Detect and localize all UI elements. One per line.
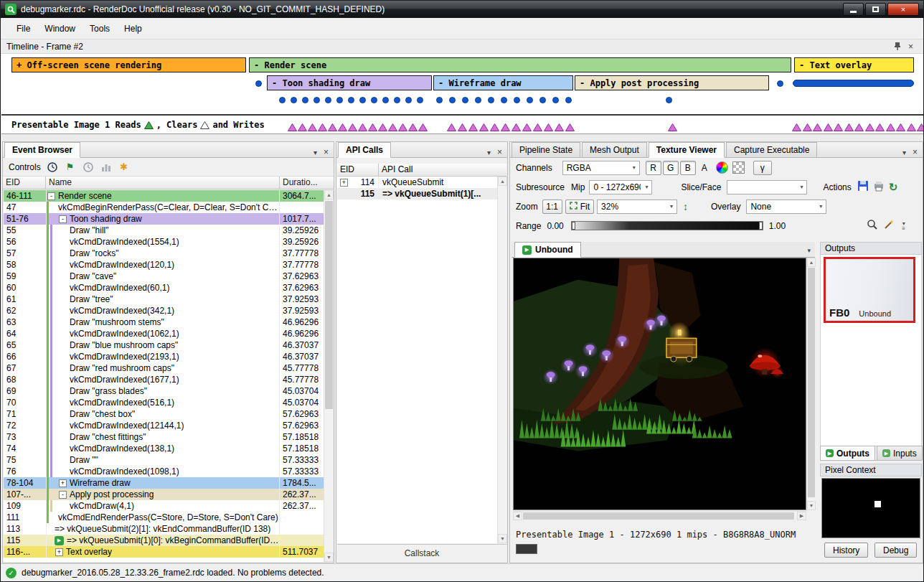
channel-g-button[interactable]: G: [663, 161, 679, 175]
row-expander[interactable]: -: [59, 491, 67, 499]
texture-display[interactable]: [513, 258, 806, 510]
api-call-row[interactable]: +114vkQueueSubmit: [337, 177, 497, 188]
scroll-right-icon[interactable]: ▶: [797, 512, 806, 520]
maximize-button[interactable]: [865, 3, 886, 16]
event-row[interactable]: 72vkCmdDrawIndexed(12144,1)57.62963: [4, 420, 324, 431]
browse-time-icon[interactable]: [46, 161, 59, 174]
timeline-events-pill[interactable]: [793, 80, 914, 87]
column-header-eid[interactable]: EID: [337, 164, 379, 176]
callstack-section[interactable]: Callstack: [337, 544, 506, 562]
event-row[interactable]: 66vkCmdDrawIndexed(2193,1)46.37037: [4, 351, 324, 362]
save-icon[interactable]: [857, 180, 869, 194]
fit-button[interactable]: Fit: [565, 200, 594, 214]
api-call-row[interactable]: 115=> vkQueueSubmit(1)[...: [337, 188, 497, 200]
timeline-event-dot[interactable]: [279, 97, 286, 103]
tab-api-calls[interactable]: API Calls: [338, 142, 391, 158]
zoom-dropdown[interactable]: 32% ▾: [597, 200, 677, 214]
mip-dropdown[interactable]: 0 - 1272x690 ▾: [589, 180, 652, 194]
timeline-event-dot[interactable]: [325, 97, 331, 103]
range-handle-left[interactable]: [572, 222, 575, 230]
tab-texture-viewer[interactable]: Texture Viewer: [649, 142, 725, 158]
row-expander[interactable]: -: [47, 192, 55, 200]
menu-item-window[interactable]: Window: [37, 21, 82, 37]
tab-event-browser[interactable]: Event Browser: [4, 142, 80, 158]
timeline-event-dot[interactable]: [436, 97, 443, 103]
timeline-marker-bar[interactable]: - Toon shading draw: [267, 75, 432, 90]
channel-a-button[interactable]: A: [699, 161, 710, 175]
menu-item-file[interactable]: File: [9, 21, 37, 37]
event-row[interactable]: 75Draw ""57.33333: [4, 454, 324, 466]
event-row[interactable]: 69Draw "grass blades"45.03704: [4, 385, 324, 397]
event-browser-scrollbar[interactable]: ▲ ▼: [324, 190, 333, 562]
timeline-marker-bar[interactable]: - Apply post processing: [575, 75, 769, 90]
event-row[interactable]: 62vkCmdDrawIndexed(342,1)37.92593: [4, 305, 324, 316]
row-expander[interactable]: -: [59, 215, 67, 223]
timeline-event-dot[interactable]: [666, 97, 672, 103]
texture-vertical-scrollbar[interactable]: ▲ ▼: [806, 258, 815, 510]
row-expander[interactable]: +: [55, 548, 63, 556]
event-row[interactable]: 115▶=> vkQueueSubmit(1)[0]: vkBeginComma…: [4, 535, 324, 546]
texture-horizontal-scrollbar[interactable]: ◀ ▶: [513, 511, 806, 520]
timeline-marker-bar[interactable]: - Wireframe draw: [433, 75, 573, 90]
event-row[interactable]: 70vkCmdDrawIndexed(516,1)45.03704: [4, 397, 324, 408]
goto-flag-icon[interactable]: ⚑: [64, 161, 77, 174]
event-row[interactable]: 71Draw "chest box"57.62963: [4, 408, 324, 420]
tab-outputs[interactable]: ▶ Outputs: [820, 446, 875, 460]
event-row[interactable]: 56vkCmdDrawIndexed(1554,1)39.25926: [4, 236, 324, 248]
range-slider[interactable]: [571, 221, 763, 230]
timeline-event-dot[interactable]: [449, 97, 456, 103]
scroll-down-icon[interactable]: ▼: [807, 501, 816, 510]
tab-pipeline-state[interactable]: Pipeline State: [512, 142, 580, 157]
menu-item-tools[interactable]: Tools: [82, 21, 117, 37]
fb0-thumbnail[interactable]: FB0 Unbound: [824, 257, 915, 323]
menu-item-help[interactable]: Help: [117, 21, 149, 37]
event-row[interactable]: 73Draw "chest fittings"57.18518: [4, 431, 324, 443]
event-row[interactable]: 57Draw "rocks"37.77778: [4, 248, 324, 259]
event-row[interactable]: 113=> vkQueueSubmit(2)[1]: vkEndCommandB…: [4, 523, 324, 535]
column-header-duration[interactable]: Duratio...: [280, 177, 334, 189]
timeline-event-dot[interactable]: [417, 97, 423, 103]
event-row[interactable]: 60vkCmdDrawIndexed(60,1)37.62963: [4, 282, 324, 294]
pin-icon[interactable]: [894, 42, 901, 52]
panel-menu-chevron-icon[interactable]: ▾: [902, 149, 906, 156]
event-row[interactable]: 61Draw "tree"37.92593: [4, 294, 324, 305]
scrollbar-thumb[interactable]: [325, 201, 333, 409]
autofit-wand-icon[interactable]: [883, 219, 895, 233]
scrollbar-thumb[interactable]: [808, 268, 815, 497]
timeline-event-dot[interactable]: [394, 97, 400, 103]
timeline-event-dot[interactable]: [314, 97, 320, 103]
scroll-up-icon[interactable]: ▲: [498, 177, 507, 186]
column-header-eid[interactable]: EID: [3, 177, 46, 189]
timeline-event-dot[interactable]: [501, 97, 507, 103]
panel-close-icon[interactable]: ×: [497, 147, 502, 157]
timeline-event-dot[interactable]: [291, 97, 297, 103]
timeline-event-dot[interactable]: [255, 80, 262, 87]
channel-b-button[interactable]: B: [680, 161, 696, 175]
event-row[interactable]: 111vkCmdEndRenderPass(C=Store, D=Store, …: [4, 512, 324, 523]
event-row[interactable]: 64vkCmdDrawIndexed(1062,1)46.96296: [4, 328, 324, 339]
event-row[interactable]: 58vkCmdDrawIndexed(120,1)37.77778: [4, 259, 324, 271]
event-row[interactable]: 47vkCmdBeginRenderPass(C=Clear, D=Clear,…: [4, 202, 324, 213]
api-calls-scrollbar[interactable]: ▲ ▼: [497, 177, 506, 543]
tab-mesh-output[interactable]: Mesh Output: [582, 142, 647, 157]
zoom-range-icon[interactable]: [867, 219, 878, 233]
bookmark-icon[interactable]: ✱: [118, 161, 131, 174]
timeline-event-dot[interactable]: [462, 97, 468, 103]
flip-y-icon[interactable]: ↕: [683, 201, 688, 212]
channel-r-button[interactable]: R: [646, 161, 661, 175]
timeline-event-dot[interactable]: [565, 97, 572, 103]
write-triangle[interactable]: [665, 122, 680, 132]
texture-tab-unbound[interactable]: ▶ Unbound: [514, 242, 581, 258]
timeline-event-dot[interactable]: [336, 97, 343, 103]
event-row[interactable]: 46-111-Render scene3064.7...: [4, 190, 324, 202]
column-header-name[interactable]: Name: [46, 177, 280, 189]
range-handle-right[interactable]: [759, 222, 763, 230]
timeline-event-dot[interactable]: [527, 97, 533, 103]
clock-icon[interactable]: [82, 161, 95, 174]
event-row[interactable]: 109vkCmdDraw(4,1)262.37...: [4, 500, 324, 512]
tab-capture-executable[interactable]: Capture Executable: [726, 142, 817, 157]
refresh-icon[interactable]: ↻: [889, 181, 898, 194]
event-row[interactable]: 65Draw "blue mushroom caps"46.37037: [4, 339, 324, 351]
texture-list-chevron-icon[interactable]: ▾: [807, 247, 815, 257]
timeline-canvas[interactable]: + Off-screen scene rendering- Render sce…: [1, 54, 924, 114]
